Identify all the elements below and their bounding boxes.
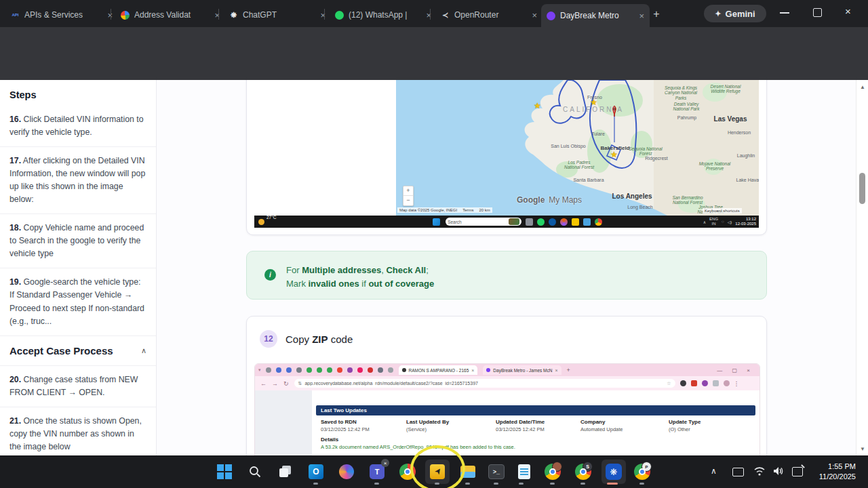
- mini-back-icon: ←: [260, 380, 267, 387]
- tab-title: DayBreak Metro: [560, 11, 634, 20]
- mini-favicon: [266, 367, 271, 373]
- tab-close-icon[interactable]: ×: [532, 10, 537, 20]
- mini-favicon: [296, 367, 302, 373]
- window-close-button[interactable]: ×: [845, 5, 851, 17]
- zoom-out-button[interactable]: −: [403, 196, 413, 205]
- terminal-button[interactable]: >_: [487, 462, 506, 481]
- task-view-button[interactable]: [276, 462, 295, 481]
- map-label: Los Padres National Forest: [559, 160, 599, 170]
- mini-star-icon: ☆: [667, 381, 671, 386]
- tab-whatsapp[interactable]: (12) WhatsApp | ×: [330, 4, 437, 26]
- speaker-icon[interactable]: [773, 466, 784, 476]
- mini-puzzle-icon: [713, 380, 719, 386]
- page-scrollbar[interactable]: ▲ ▼: [856, 80, 868, 455]
- tab-title: (12) WhatsApp |: [349, 10, 421, 20]
- map-star-marker[interactable]: ★: [590, 98, 597, 107]
- step-item-21[interactable]: 21. Once the status is shown Open, copy …: [0, 407, 156, 455]
- map-star-marker[interactable]: ★: [534, 101, 541, 110]
- arrow-app-icon: [572, 218, 579, 226]
- map-label: Lake Havasu: [736, 178, 759, 182]
- map-label: Ridgecrest: [645, 156, 667, 161]
- mini-window-controls: — ▢ ×: [717, 367, 754, 373]
- screenshot-time: 13:12: [746, 217, 756, 221]
- mini-favicon: [402, 368, 406, 372]
- chrome-profile2-button[interactable]: S: [574, 462, 593, 481]
- scroll-up-icon[interactable]: ▲: [856, 84, 868, 90]
- tray-chevron-icon[interactable]: ∧: [711, 466, 717, 476]
- new-tab-button[interactable]: +: [650, 7, 663, 21]
- tab-address-validation[interactable]: Address Validat ×: [115, 4, 225, 26]
- chrome-profile3-button[interactable]: ᴘ: [633, 462, 652, 481]
- running-indicator: [519, 483, 524, 485]
- taskbar-clock[interactable]: 1:55 PM 11/20/2025: [811, 462, 856, 482]
- rdn-app-button[interactable]: ❋: [604, 462, 623, 481]
- tab-chatgpt[interactable]: ❋ ChatGPT ×: [224, 4, 331, 26]
- window-minimize-button[interactable]: [780, 12, 789, 14]
- chatgpt-favicon: ❋: [229, 11, 238, 20]
- section-label: Accept Case Process: [9, 345, 113, 357]
- mini-forward-icon: →: [272, 380, 278, 387]
- google-my-maps[interactable]: CALIFORNIA Fresno Sequoia & Kings Canyon…: [396, 80, 759, 216]
- search-icon: [249, 466, 261, 478]
- column-value: Automated Update: [580, 426, 623, 432]
- chrome-icon: [545, 464, 561, 480]
- keyboard-shortcuts-link[interactable]: Keyboard shortcuts: [703, 208, 742, 214]
- mini-favicon: [368, 367, 373, 373]
- tab-apis-services[interactable]: API APIs & Services ×: [5, 4, 118, 26]
- screen: API APIs & Services × Address Validat × …: [0, 0, 868, 488]
- column-header: Update Type: [669, 419, 701, 425]
- taskview-icon: [526, 218, 533, 226]
- map-label: Mojave National Preserve: [695, 161, 734, 171]
- section-accept-case-process[interactable]: Accept Case Process ∧: [0, 336, 156, 365]
- mini-favicon: [307, 367, 312, 373]
- screenshot-url: app.recoverydatabase.net/alpha_rdn/modul…: [304, 381, 664, 386]
- tab-close-icon[interactable]: ×: [639, 11, 644, 21]
- info-icon: i: [264, 269, 276, 281]
- scroll-down-icon[interactable]: ▼: [856, 446, 868, 452]
- map-zoom-control[interactable]: + −: [403, 186, 414, 206]
- running-indicator: [465, 483, 470, 485]
- mini-site-icon: ⇅: [298, 381, 302, 386]
- gemini-button[interactable]: ✦ Gemini: [704, 5, 766, 22]
- window-restore-button[interactable]: [813, 8, 822, 17]
- column-header: Saved to RDN: [321, 419, 357, 425]
- map-label: Las Vegas: [714, 115, 747, 123]
- tab-openrouter[interactable]: ≺ OpenRouter ×: [435, 4, 542, 26]
- sun-icon: [258, 219, 264, 225]
- scrollbar-thumb[interactable]: [859, 173, 865, 204]
- start-button[interactable]: [215, 462, 234, 481]
- mini-favicon: [317, 367, 322, 373]
- step-item-17[interactable]: 17. After clicking on the Detailed VIN I…: [0, 146, 156, 214]
- teams-button[interactable]: T ×: [368, 462, 387, 481]
- google-logo: Google: [517, 195, 545, 205]
- step-item-20[interactable]: 20. Change case status from NEW FROM CLI…: [0, 365, 156, 407]
- step-item-19[interactable]: 19. Google-search the vehicle type: If S…: [0, 268, 156, 335]
- tab-separator: [218, 9, 219, 20]
- map-star-marker[interactable]: ★: [610, 150, 618, 159]
- outlook-button[interactable]: O: [307, 462, 326, 481]
- running-indicator: [374, 483, 379, 485]
- screenshot-taskbar: 27°C Smoke Search ∧ ENGIN ◌: [254, 216, 759, 228]
- screenshot-tab-daybreak: DayBreak Metro - James McN×: [483, 365, 561, 375]
- tray-dock-icon[interactable]: [732, 468, 744, 476]
- terms-link[interactable]: Terms: [462, 208, 473, 212]
- taskbar-search-button[interactable]: [245, 462, 264, 481]
- step-item-16[interactable]: 16. Click Detailed VIN information to ve…: [0, 106, 156, 146]
- loop-button[interactable]: [337, 462, 356, 481]
- tab-title: ChatGPT: [243, 10, 315, 20]
- step-item-18[interactable]: 18. Copy Vehicle name and proceed to Sea…: [0, 214, 156, 268]
- zoom-in-button[interactable]: +: [403, 186, 413, 196]
- running-indicator: [639, 483, 644, 485]
- pen-tablet-icon[interactable]: [792, 467, 803, 476]
- teams-icon: T: [370, 464, 384, 479]
- wifi-icon[interactable]: [754, 467, 765, 476]
- api-favicon: API: [11, 11, 20, 20]
- notepad-button[interactable]: [515, 462, 534, 481]
- running-indicator: [580, 483, 585, 485]
- chrome-profile1-button[interactable]: [543, 462, 562, 481]
- map-label: Los Angeles: [612, 192, 652, 200]
- weather-widget: 27°C Smoke: [258, 209, 278, 228]
- tab-daybreak-metro-active[interactable]: DayBreak Metro ×: [541, 4, 650, 27]
- search-thumbnail: [509, 218, 519, 225]
- running-indicator: [313, 483, 318, 485]
